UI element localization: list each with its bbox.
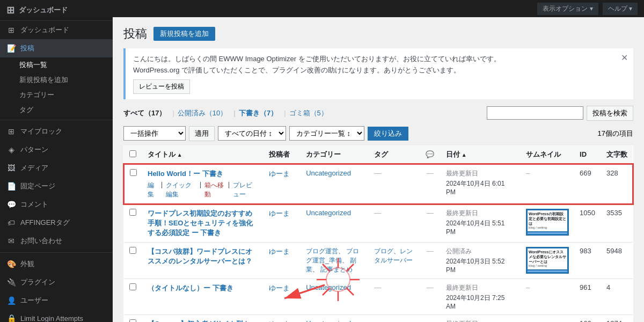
search-box: 投稿を検索 xyxy=(487,106,633,121)
quick-edit-link[interactable]: クイック編集 xyxy=(166,181,196,199)
content-area: 投稿 新規投稿を追加 ✕ こんにちは。しばらくの間 EWWW Image Opt… xyxy=(113,17,644,322)
sidebar-item-posts-list[interactable]: 投稿一覧 xyxy=(0,57,113,72)
page-header: 投稿 新規投稿を追加 xyxy=(123,26,633,42)
sidebar-item-label: マイブロック xyxy=(20,127,62,136)
row-id-cell: 983 xyxy=(574,242,601,279)
author-link[interactable]: ゆーま xyxy=(269,170,290,178)
add-new-post-button[interactable]: 新規投稿を追加 xyxy=(153,27,215,41)
post-title-link[interactable]: 【コスパ抜群】ワードプレスにオススメのレンタルサーバーとは？ xyxy=(148,247,252,265)
table-row: 【Cocoon】初心者がサイト型トップページを作るまでの過程を公開！ー 下書き … xyxy=(124,314,633,322)
th-tags: タグ xyxy=(369,145,419,164)
sidebar-item-media[interactable]: 🖼 メディア xyxy=(0,159,113,177)
notice-close-button[interactable]: ✕ xyxy=(621,53,628,63)
category-link[interactable]: Uncategorized xyxy=(306,169,351,177)
apply-bulk-button[interactable]: 適用 xyxy=(189,126,215,141)
review-button[interactable]: レビューを投稿 xyxy=(133,79,190,94)
post-title-link[interactable]: 【Cocoon】初心者がサイト型トップページを作るまでの過程を公開！ー 下書き xyxy=(148,320,257,322)
sidebar-item-tags[interactable]: タグ xyxy=(0,103,113,118)
author-link[interactable]: ゆーま xyxy=(269,284,290,292)
display-options-button[interactable]: 表示オプション ▾ xyxy=(537,3,598,15)
row-checkbox[interactable] xyxy=(129,209,136,216)
plugins-icon: 🔌 xyxy=(6,278,16,287)
sidebar-item-pages[interactable]: 📄 固定ページ xyxy=(0,177,113,195)
filter-draft[interactable]: 下書き（7） xyxy=(230,108,281,118)
category-link[interactable]: ブログ運営 xyxy=(306,247,338,255)
row-words-cell: 1374 xyxy=(601,314,633,322)
filter-posts-button[interactable]: 絞り込み xyxy=(368,127,408,141)
author-link[interactable]: ゆーま xyxy=(269,247,290,255)
author-link[interactable]: ゆーま xyxy=(269,209,290,217)
select-all-checkbox[interactable] xyxy=(129,150,136,157)
trash-link[interactable]: 箱へ移動 xyxy=(204,181,225,199)
edit-link[interactable]: 編集 xyxy=(148,181,158,199)
row-thumb-cell: – xyxy=(521,314,574,322)
row-checkbox[interactable] xyxy=(129,247,136,254)
filter-bar: すべて（17） 公開済み（10） 下書き（7） ゴミ箱（5） 投稿を検索 xyxy=(123,106,633,121)
search-input[interactable] xyxy=(487,106,583,120)
myblock-icon: ⊞ xyxy=(6,127,16,136)
preview-link[interactable]: プレビュー xyxy=(233,181,258,199)
post-actions: 編集 | クイック編集 | 箱へ移動 | プレビュー xyxy=(148,181,258,199)
sidebar-item-affinger[interactable]: 🏷 AFFINGERタグ xyxy=(0,214,113,232)
thumb-dash: – xyxy=(526,169,530,177)
sidebar-item-contact[interactable]: ✉ お問い合わせ xyxy=(0,232,113,250)
filter-trash[interactable]: ゴミ箱（5） xyxy=(281,108,331,118)
row-checkbox[interactable] xyxy=(129,283,136,290)
appearance-icon: 🎨 xyxy=(6,260,16,268)
sidebar-logo[interactable]: ⊞ ダッシュボード xyxy=(0,0,113,21)
sidebar-item-myblock[interactable]: ⊞ マイブロック xyxy=(0,122,113,141)
tag-link[interactable]: ブログ xyxy=(374,247,393,255)
sidebar-item-users[interactable]: 👤 ユーザー xyxy=(0,291,113,310)
sidebar-item-categories[interactable]: カテゴリー xyxy=(0,87,113,103)
row-checkbox[interactable] xyxy=(129,319,136,322)
th-id: ID xyxy=(574,145,601,164)
bulk-actions-select[interactable]: 一括操作 削除 下書きへ移動 xyxy=(123,126,186,141)
tags-dash: — xyxy=(374,169,381,177)
filter-all[interactable]: すべて（17） xyxy=(123,108,169,118)
post-title-link[interactable]: （タイトルなし）ー 下書き xyxy=(148,284,233,292)
posts-table-wrapper: タイトル 投稿者 カテゴリー タグ 💬 日付 サムネイル ID 文字数 xyxy=(123,145,633,322)
sidebar-item-posts[interactable]: 📝 投稿 xyxy=(0,39,113,57)
row-thumb-cell: – xyxy=(521,164,574,204)
row-author-cell: ゆーま xyxy=(264,314,301,322)
category-link[interactable]: Uncategorized xyxy=(306,209,351,217)
category-link[interactable]: Uncategorized xyxy=(306,283,351,291)
notice-text2: WordPress.org で評価していただくことで、プラグイン改善の助けになり… xyxy=(133,65,626,76)
row-category-cell: ブログ運営、 ブログ運営_準備、 副業、 記事まとめ xyxy=(301,242,369,279)
patterns-icon: ◈ xyxy=(6,145,16,154)
th-comments[interactable]: 💬 xyxy=(419,145,441,164)
category-filter-select[interactable]: カテゴリー一覧 ↕ Uncategorized ブログ運営 xyxy=(289,126,364,141)
th-date[interactable]: 日付 xyxy=(441,145,521,164)
sidebar-item-dashboard[interactable]: ⊞ ダッシュボード xyxy=(0,21,113,39)
sidebar-item-comments[interactable]: 💬 コメント xyxy=(0,195,113,214)
row-words-cell: 5948 xyxy=(601,242,633,279)
filter-published[interactable]: 公開済み（10） xyxy=(169,108,230,118)
row-checkbox-cell xyxy=(124,314,142,322)
sidebar-item-posts-new[interactable]: 新規投稿を追加 xyxy=(0,72,113,87)
sidebar-item-plugins[interactable]: 🔌 プラグイン xyxy=(0,273,113,291)
sidebar-item-limit-login[interactable]: 🔒 Limit Login Attempts xyxy=(0,310,113,322)
date-filter-select[interactable]: すべての日付 ↕ 2024年10月 2024年9月 xyxy=(218,126,286,141)
row-title-cell: Hello World！ー 下書き 編集 | クイック編集 | 箱へ移動 | プ… xyxy=(142,164,264,204)
th-category: カテゴリー xyxy=(301,145,369,164)
sidebar-item-label: コメント xyxy=(20,200,48,209)
sidebar-item-patterns[interactable]: ◈ パターン xyxy=(0,141,113,159)
table-row: （タイトルなし）ー 下書き ゆーま Uncategorized — — 最終更新… xyxy=(124,279,633,314)
th-title[interactable]: タイトル xyxy=(142,145,264,164)
date-value: 2024年10月4日 5:51 PM xyxy=(446,219,515,236)
row-checkbox-cell xyxy=(124,279,142,314)
category-link[interactable]: Uncategorized xyxy=(306,319,351,322)
author-link[interactable]: ゆーま xyxy=(269,320,290,322)
contact-icon: ✉ xyxy=(6,237,16,245)
row-comments-cell: — xyxy=(419,314,441,322)
category-link[interactable]: 記事まとめ xyxy=(320,266,353,273)
row-checkbox[interactable] xyxy=(130,169,137,176)
row-category-cell: Uncategorized xyxy=(301,204,369,243)
sidebar-item-appearance[interactable]: 🎨 外観 xyxy=(0,255,113,273)
sidebar-item-label: メディア xyxy=(20,163,48,173)
help-button[interactable]: ヘルプ ▾ xyxy=(603,3,638,15)
post-title-link[interactable]: Hello World！ー 下書き xyxy=(148,170,223,178)
post-title-link[interactable]: ワードプレス初期設定のおすすめ手順！SEOとセキュリティを強化する必須設定 ー … xyxy=(148,209,253,237)
search-posts-button[interactable]: 投稿を検索 xyxy=(587,106,633,121)
page-title: 投稿 xyxy=(123,26,147,42)
